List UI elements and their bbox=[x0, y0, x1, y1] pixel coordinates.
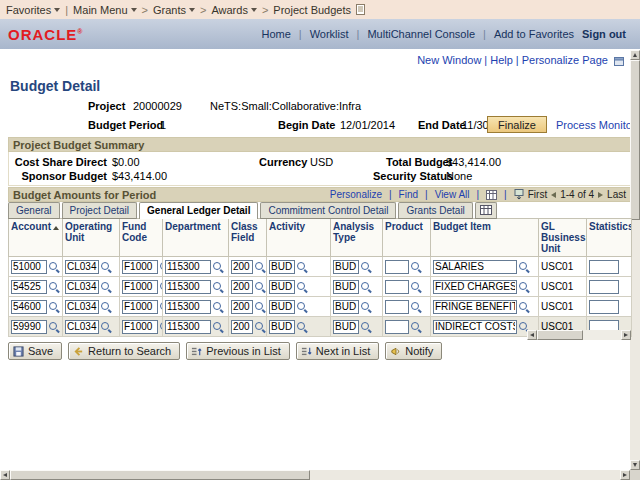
statistics-code-input[interactable] bbox=[589, 300, 619, 314]
activity-input[interactable] bbox=[269, 320, 295, 334]
worklist-link[interactable]: Worklist bbox=[310, 28, 349, 40]
zoom-grid-icon[interactable] bbox=[486, 190, 497, 200]
lookup-icon[interactable] bbox=[159, 281, 163, 293]
fund-code-input[interactable] bbox=[122, 300, 158, 314]
budget-item-input[interactable] bbox=[433, 320, 517, 334]
column-header-account[interactable]: Account bbox=[9, 219, 63, 257]
scroll-up-button[interactable] bbox=[630, 50, 640, 60]
personalize-page-link[interactable]: Personalize Page bbox=[522, 54, 608, 66]
analysis-type-input[interactable] bbox=[333, 300, 359, 314]
finalize-button[interactable]: Finalize bbox=[487, 116, 547, 133]
class-field-input[interactable] bbox=[231, 320, 253, 334]
scroll-left-button[interactable] bbox=[527, 330, 537, 340]
paging-last-label[interactable]: Last bbox=[607, 189, 626, 200]
breadcrumb-awards[interactable]: Awards bbox=[211, 4, 256, 16]
lookup-icon[interactable] bbox=[360, 261, 372, 273]
lookup-icon[interactable] bbox=[159, 301, 163, 313]
activity-input[interactable] bbox=[269, 280, 295, 294]
lookup-icon[interactable] bbox=[410, 301, 422, 313]
tab-commitment-control-detail[interactable]: Commitment Control Detail bbox=[260, 202, 396, 219]
fund-code-input[interactable] bbox=[122, 320, 158, 334]
scrollbar-thumb[interactable] bbox=[537, 330, 583, 340]
breadcrumb-grants[interactable]: Grants bbox=[153, 4, 195, 16]
next-page-icon[interactable] bbox=[598, 192, 603, 198]
lookup-icon[interactable] bbox=[48, 321, 60, 333]
lookup-icon[interactable] bbox=[48, 261, 60, 273]
class-field-input[interactable] bbox=[231, 280, 253, 294]
department-input[interactable] bbox=[165, 320, 211, 334]
next-in-list-button[interactable]: Next in List bbox=[296, 342, 379, 360]
tab-general-ledger-detail[interactable]: General Ledger Detail bbox=[139, 202, 258, 219]
account-input[interactable] bbox=[11, 300, 47, 314]
product-input[interactable] bbox=[385, 320, 409, 334]
lookup-icon[interactable] bbox=[360, 321, 372, 333]
lookup-icon[interactable] bbox=[159, 321, 163, 333]
add-to-favorites-link[interactable]: Add to Favorites bbox=[494, 28, 574, 40]
statistics-code-input[interactable] bbox=[589, 280, 619, 294]
sign-out-link[interactable]: Sign out bbox=[582, 28, 626, 40]
department-input[interactable] bbox=[165, 280, 211, 294]
lookup-icon[interactable] bbox=[212, 261, 224, 273]
budget-item-input[interactable] bbox=[433, 260, 517, 274]
statistics-code-input[interactable] bbox=[589, 260, 619, 274]
operating-unit-input[interactable] bbox=[65, 300, 99, 314]
lookup-icon[interactable] bbox=[296, 301, 308, 313]
class-field-input[interactable] bbox=[231, 260, 253, 274]
download-icon[interactable] bbox=[514, 189, 524, 200]
analysis-type-input[interactable] bbox=[333, 280, 359, 294]
personalize-grid-link[interactable]: Personalize bbox=[330, 189, 382, 200]
scroll-right-button[interactable] bbox=[620, 470, 630, 480]
scroll-left-button[interactable] bbox=[0, 470, 10, 480]
lookup-icon[interactable] bbox=[48, 301, 60, 313]
lookup-icon[interactable] bbox=[254, 281, 266, 293]
return-to-search-button[interactable]: Return to Search bbox=[68, 342, 180, 360]
budget-item-input[interactable] bbox=[433, 300, 517, 314]
show-all-columns-tab[interactable] bbox=[475, 202, 497, 219]
multichannel-console-link[interactable]: MultiChannel Console bbox=[367, 28, 475, 40]
lookup-icon[interactable] bbox=[100, 301, 112, 313]
tab-project-detail[interactable]: Project Detail bbox=[62, 202, 137, 219]
lookup-icon[interactable] bbox=[254, 321, 266, 333]
fund-code-input[interactable] bbox=[122, 280, 158, 294]
operating-unit-input[interactable] bbox=[65, 260, 99, 274]
lookup-icon[interactable] bbox=[100, 261, 112, 273]
personalize-page-icon[interactable] bbox=[614, 57, 624, 66]
budget-item-input[interactable] bbox=[433, 280, 517, 294]
find-link[interactable]: Find bbox=[399, 189, 418, 200]
lookup-icon[interactable] bbox=[518, 301, 530, 313]
activity-input[interactable] bbox=[269, 300, 295, 314]
scroll-down-button[interactable] bbox=[630, 460, 640, 470]
class-field-input[interactable] bbox=[231, 300, 253, 314]
lookup-icon[interactable] bbox=[360, 281, 372, 293]
help-link[interactable]: Help bbox=[490, 54, 513, 66]
lookup-icon[interactable] bbox=[48, 281, 60, 293]
lookup-icon[interactable] bbox=[360, 301, 372, 313]
lookup-icon[interactable] bbox=[410, 321, 422, 333]
account-input[interactable] bbox=[11, 260, 47, 274]
analysis-type-input[interactable] bbox=[333, 260, 359, 274]
favorites-menu[interactable]: Favorites bbox=[6, 4, 60, 16]
new-window-link[interactable]: New Window bbox=[417, 54, 481, 66]
scroll-right-button[interactable] bbox=[621, 330, 631, 340]
operating-unit-input[interactable] bbox=[65, 320, 99, 334]
department-input[interactable] bbox=[165, 260, 211, 274]
save-button[interactable]: Save bbox=[8, 342, 62, 360]
process-monitor-link[interactable]: Process Monitor bbox=[556, 119, 635, 131]
department-input[interactable] bbox=[165, 300, 211, 314]
main-menu[interactable]: Main Menu bbox=[73, 4, 136, 16]
product-input[interactable] bbox=[385, 300, 409, 314]
scrollbar-thumb[interactable] bbox=[630, 60, 640, 220]
view-all-link[interactable]: View All bbox=[435, 189, 470, 200]
lookup-icon[interactable] bbox=[410, 261, 422, 273]
activity-input[interactable] bbox=[269, 260, 295, 274]
lookup-icon[interactable] bbox=[296, 321, 308, 333]
scrollbar-thumb[interactable] bbox=[10, 470, 310, 480]
previous-in-list-button[interactable]: Previous in List bbox=[186, 342, 290, 360]
lookup-icon[interactable] bbox=[212, 321, 224, 333]
tab-grants-detail[interactable]: Grants Detail bbox=[398, 202, 472, 219]
lookup-icon[interactable] bbox=[296, 281, 308, 293]
lookup-icon[interactable] bbox=[518, 261, 530, 273]
lookup-icon[interactable] bbox=[212, 301, 224, 313]
lookup-icon[interactable] bbox=[518, 281, 530, 293]
lookup-icon[interactable] bbox=[212, 281, 224, 293]
